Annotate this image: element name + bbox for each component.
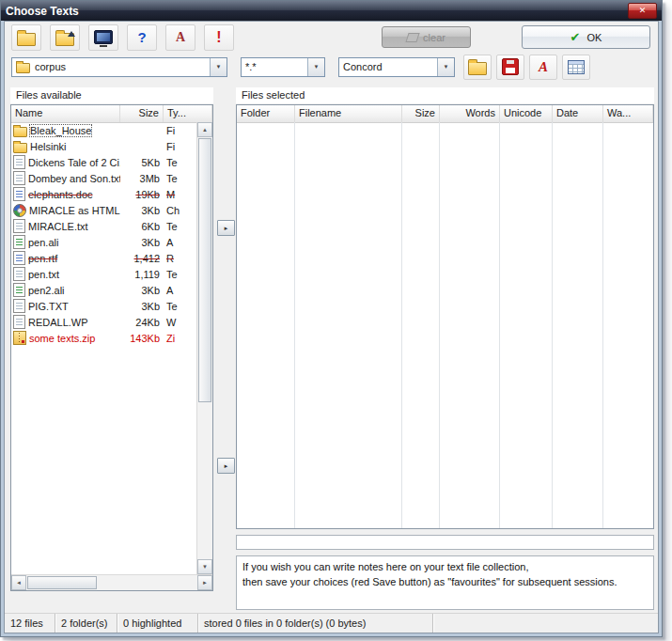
file-name-cell: MIRACLE as HTML.... bbox=[11, 204, 120, 217]
file-name-cell: Helsinki bbox=[11, 140, 120, 153]
browse-favourites-button[interactable] bbox=[463, 55, 492, 80]
folder-combobox[interactable]: corpus ▼ bbox=[11, 57, 227, 77]
page-icon bbox=[13, 299, 25, 313]
file-row[interactable]: MIRACLE as HTML....3KbCh bbox=[11, 202, 196, 218]
clear-button[interactable]: clear bbox=[382, 26, 471, 48]
file-name: elephants.doc bbox=[28, 189, 93, 200]
file-type: A bbox=[164, 285, 196, 296]
pdf-icon: A bbox=[539, 59, 548, 75]
file-size: 24Kb bbox=[120, 317, 164, 328]
file-row[interactable]: Bleak_HouseFi bbox=[11, 122, 196, 138]
parent-folder-button[interactable] bbox=[50, 24, 80, 51]
file-row[interactable]: REDALL.WP24KbW bbox=[11, 314, 196, 330]
chevron-down-icon[interactable]: ▼ bbox=[437, 58, 454, 76]
drives-button[interactable] bbox=[88, 24, 118, 51]
file-row[interactable]: pen.ali3KbA bbox=[11, 234, 196, 250]
move-right-button[interactable]: ► bbox=[217, 220, 235, 236]
notes-title-field[interactable] bbox=[236, 535, 654, 550]
column-header[interactable]: Wa... bbox=[603, 105, 653, 122]
column-header[interactable]: Ty... bbox=[164, 105, 212, 122]
file-size: 3Kb bbox=[120, 237, 164, 248]
grid-column-line bbox=[499, 122, 500, 528]
file-row[interactable]: HelsinkiFi bbox=[11, 138, 196, 154]
chevron-down-icon[interactable]: ▼ bbox=[210, 58, 227, 76]
files-available-header: NameSizeTy... bbox=[11, 105, 212, 123]
scrollbar-thumb[interactable] bbox=[198, 138, 211, 402]
scroll-left-icon[interactable]: ◄ bbox=[11, 575, 26, 590]
font-icon: A bbox=[176, 30, 185, 45]
scrollbar-thumb[interactable] bbox=[27, 576, 97, 589]
alert-button[interactable]: ! bbox=[204, 24, 234, 51]
file-name-cell: PIG.TXT bbox=[11, 299, 120, 313]
status-panel: stored 0 files in 0 folder(s) (0 bytes) bbox=[198, 614, 433, 633]
table-view-button[interactable] bbox=[562, 55, 590, 80]
file-type: Te bbox=[164, 221, 196, 232]
files-available-rows: Bleak_HouseFiHelsinkiFiDickens Tale of 2… bbox=[11, 122, 196, 574]
title-bar[interactable]: Choose Texts ✕ bbox=[1, 1, 662, 21]
status-panel-filler bbox=[433, 614, 658, 633]
column-header[interactable]: Filename bbox=[295, 105, 402, 122]
file-row[interactable]: pen.txt1,119Te bbox=[11, 266, 196, 282]
chevron-down-icon[interactable]: ▼ bbox=[307, 58, 324, 76]
file-name-cell: pen.rtf bbox=[11, 251, 120, 265]
column-header[interactable]: Size bbox=[120, 105, 164, 122]
file-size: 1,412 bbox=[120, 253, 164, 264]
eraser-icon bbox=[405, 33, 419, 42]
column-header[interactable]: Words bbox=[440, 105, 500, 122]
file-name: PIG.TXT bbox=[28, 301, 69, 312]
page-icon bbox=[13, 315, 25, 329]
file-row[interactable]: Dombey and Son.txt3MbTe bbox=[11, 170, 196, 186]
file-type: Te bbox=[164, 157, 196, 168]
file-row[interactable]: elephants.doc19KbM bbox=[11, 186, 196, 202]
ok-button[interactable]: ✔ OK bbox=[522, 25, 650, 49]
horizontal-scrollbar[interactable]: ◄ ► bbox=[11, 574, 212, 590]
filter-toolbar: corpus ▼ *.* ▼ Concord ▼ A bbox=[5, 53, 658, 81]
grid-icon bbox=[568, 60, 585, 74]
file-type: A bbox=[164, 237, 196, 248]
folder-combobox-value: corpus bbox=[35, 61, 66, 72]
column-header[interactable]: Folder bbox=[237, 105, 295, 122]
column-header[interactable]: Name bbox=[11, 105, 120, 122]
tool-combobox[interactable]: Concord ▼ bbox=[338, 57, 455, 77]
page-icon bbox=[13, 219, 25, 233]
file-type: M bbox=[164, 189, 196, 200]
page-icon bbox=[13, 155, 25, 169]
screen: Choose Texts ✕ ? A ! clear ✔ OK bbox=[0, 0, 672, 641]
scroll-right-icon[interactable]: ► bbox=[197, 575, 212, 590]
move-right-button[interactable]: ► bbox=[217, 458, 235, 474]
files-selected-grid[interactable] bbox=[237, 122, 653, 528]
file-row[interactable]: Dickens Tale of 2 Ci...5KbTe bbox=[11, 154, 196, 170]
doc-icon bbox=[13, 187, 25, 201]
scroll-up-icon[interactable]: ▲ bbox=[197, 122, 212, 137]
file-pattern-combobox[interactable]: *.* ▼ bbox=[241, 57, 325, 77]
file-type: Te bbox=[164, 269, 196, 280]
open-folder-button[interactable] bbox=[11, 24, 41, 51]
pdf-button[interactable]: A bbox=[529, 55, 557, 80]
ok-button-label: OK bbox=[587, 32, 602, 43]
font-button[interactable]: A bbox=[165, 24, 195, 51]
file-row[interactable]: PIG.TXT3KbTe bbox=[11, 298, 196, 314]
vertical-scrollbar[interactable]: ▲ ▼ bbox=[196, 122, 212, 574]
column-header[interactable]: Size bbox=[402, 105, 440, 122]
file-row[interactable]: MIRACLE.txt6KbTe bbox=[11, 218, 196, 234]
file-name: MIRACLE as HTML.... bbox=[29, 205, 120, 216]
scroll-down-icon[interactable]: ▼ bbox=[197, 559, 212, 574]
notes-area[interactable]: If you wish you can write notes here on … bbox=[236, 555, 654, 610]
file-size: 3Mb bbox=[120, 173, 164, 184]
column-header[interactable]: Unicode bbox=[500, 105, 553, 122]
save-favourites-button[interactable] bbox=[496, 55, 524, 80]
file-name: some texts.zip bbox=[29, 333, 95, 344]
file-row[interactable]: some texts.zip143KbZi bbox=[11, 330, 196, 346]
close-button[interactable]: ✕ bbox=[628, 3, 657, 19]
panel-splitter: ► ► bbox=[215, 104, 234, 591]
up-arrow-icon bbox=[68, 27, 75, 37]
folder-icon bbox=[16, 63, 30, 73]
file-type: Te bbox=[164, 173, 196, 184]
column-header[interactable]: Date bbox=[553, 105, 603, 122]
ali-icon bbox=[13, 283, 25, 297]
file-row[interactable]: pen.rtf1,412R bbox=[11, 250, 196, 266]
file-name-cell: Dombey and Son.txt bbox=[11, 171, 120, 185]
file-row[interactable]: pen2.ali3KbA bbox=[11, 282, 196, 298]
status-bar: 12 files2 folder(s)0 highlightedstored 0… bbox=[5, 613, 658, 633]
help-button[interactable]: ? bbox=[127, 24, 157, 51]
